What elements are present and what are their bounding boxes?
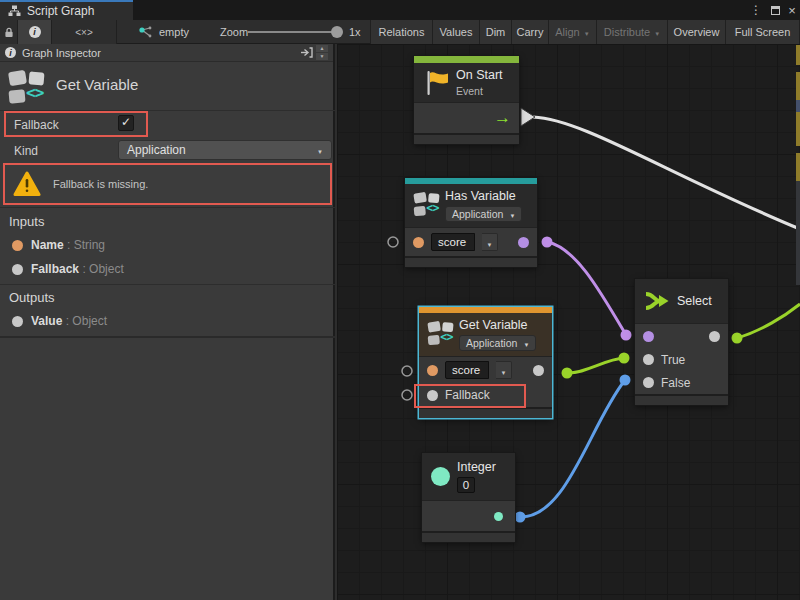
graph-context[interactable]: empty <box>138 20 189 44</box>
dock-panel-icon[interactable] <box>300 47 313 58</box>
node-integer[interactable]: Integer 0 <box>422 453 515 542</box>
name-input-port[interactable] <box>413 237 424 248</box>
variable-name-field[interactable]: score <box>445 361 489 379</box>
chevron-down-icon <box>654 26 660 38</box>
graph-pointer-icon <box>138 26 153 38</box>
port-name: Fallback <box>31 262 79 276</box>
flow-output-port[interactable] <box>494 108 511 128</box>
offscreen-node-edge <box>796 72 800 100</box>
object-port-icon <box>12 316 23 327</box>
true-input-port[interactable] <box>643 354 654 365</box>
graph-toolbar: i <×> empty Zoom 1x Relations Values Dim… <box>0 20 800 44</box>
node-footer <box>414 133 519 144</box>
align-label: Align <box>555 26 579 38</box>
node-title: Get Variable <box>459 318 536 332</box>
offscreen-node-edge <box>796 153 800 181</box>
variable-kind-dropdown[interactable]: Application <box>445 206 522 222</box>
align-button[interactable]: Align <box>549 20 597 44</box>
node-header: Select <box>635 279 728 323</box>
graph-context-label: empty <box>159 26 189 38</box>
variable-name-field[interactable]: score <box>431 233 475 251</box>
full-screen-button[interactable]: Full Screen <box>726 20 800 44</box>
zoom-slider-track[interactable] <box>248 31 336 33</box>
node-body: score <box>405 227 537 256</box>
node-has-variable[interactable]: <> Has Variable Application score <box>405 178 537 267</box>
port-name: Value <box>31 314 62 328</box>
overview-button[interactable]: Overview <box>668 20 726 44</box>
node-footer <box>405 256 537 267</box>
lock-button[interactable] <box>0 20 18 44</box>
distribute-label: Distribute <box>604 26 650 38</box>
graph-hierarchy-icon <box>8 5 21 17</box>
port-type: : String <box>67 238 105 252</box>
inspector-toggle-button[interactable]: i <box>18 20 52 44</box>
annotation-fallback-port <box>414 384 526 408</box>
false-input-port[interactable] <box>643 377 654 388</box>
inspector-header: i Graph Inspector ▲ ▼ <box>0 44 333 62</box>
code-preview-button[interactable]: <×> <box>52 20 117 44</box>
flag-icon <box>423 69 449 97</box>
zoom-value: 1x <box>349 20 361 44</box>
bool-output-port[interactable] <box>518 237 529 248</box>
port-type: : Object <box>66 314 107 328</box>
wire-control <box>533 117 800 229</box>
kind-value: Application <box>466 337 517 349</box>
true-port-label: True <box>661 353 685 367</box>
graph-canvas[interactable]: On Start Event <> Has Variable <box>337 44 800 600</box>
string-port-icon <box>12 240 23 251</box>
node-body <box>422 500 515 531</box>
condition-input-port[interactable] <box>643 331 654 342</box>
node-body <box>414 102 519 133</box>
kind-dropdown[interactable]: Application <box>118 140 332 160</box>
port-type: : Object <box>82 262 123 276</box>
code-icon: <×> <box>75 27 93 38</box>
chevron-down-icon <box>584 26 590 38</box>
annotation-fallback-checkbox <box>4 111 148 137</box>
input-row-name: Name : String <box>12 238 105 252</box>
variable-name-dropdown[interactable] <box>482 233 498 251</box>
scroll-up-icon[interactable]: ▲ <box>316 45 328 52</box>
inspected-node-title: Get Variable <box>56 76 138 93</box>
window-menu-icon[interactable]: ⋮ <box>748 0 764 20</box>
zoom-slider-handle[interactable] <box>331 26 343 38</box>
value-output-port[interactable] <box>533 365 544 376</box>
distribute-button[interactable]: Distribute <box>597 20 668 44</box>
variable-icon: <> <box>9 70 49 106</box>
tab-label: Script Graph <box>27 4 94 18</box>
scroll-down-icon[interactable]: ▼ <box>316 53 328 60</box>
selection-output-port[interactable] <box>709 331 720 342</box>
relations-button[interactable]: Relations <box>370 20 433 44</box>
dim-button[interactable]: Dim <box>480 20 512 44</box>
warning-icon <box>13 171 41 197</box>
tab-script-graph[interactable]: Script Graph <box>0 0 133 20</box>
wires-layer <box>337 44 800 600</box>
offscreen-node-edge <box>796 100 800 112</box>
node-title: Has Variable <box>445 189 522 203</box>
node-on-start[interactable]: On Start Event <box>414 56 519 144</box>
values-button[interactable]: Values <box>433 20 480 44</box>
object-port-icon <box>12 264 23 275</box>
wire-select-output <box>737 304 800 338</box>
node-header: <> Get Variable Application <box>419 313 552 356</box>
graph-inspector-panel: i Graph Inspector ▲ ▼ <> Get Variable Fa… <box>0 44 335 600</box>
node-header: <> Has Variable Application <box>405 184 537 227</box>
kind-value: Application <box>127 143 186 157</box>
window-close-icon[interactable]: × <box>784 0 800 20</box>
node-footer <box>422 531 515 542</box>
integer-value-field[interactable]: 0 <box>457 477 475 493</box>
variable-kind-dropdown[interactable]: Application <box>459 335 536 351</box>
variable-name-dropdown[interactable] <box>496 361 512 379</box>
inspector-title: Graph Inspector <box>22 47 101 59</box>
node-title: Select <box>677 294 712 308</box>
node-header: On Start Event <box>414 63 519 102</box>
outputs-heading: Outputs <box>9 290 55 305</box>
node-select[interactable]: Select True False <box>635 279 728 405</box>
false-port-label: False <box>661 376 690 390</box>
window-maximize-icon[interactable] <box>766 0 784 20</box>
name-input-port[interactable] <box>427 365 438 376</box>
open-port-icon <box>402 366 412 376</box>
carry-button[interactable]: Carry <box>512 20 549 44</box>
node-title: On Start <box>456 68 503 82</box>
info-icon: i <box>29 26 41 38</box>
value-output-port[interactable] <box>494 512 503 521</box>
